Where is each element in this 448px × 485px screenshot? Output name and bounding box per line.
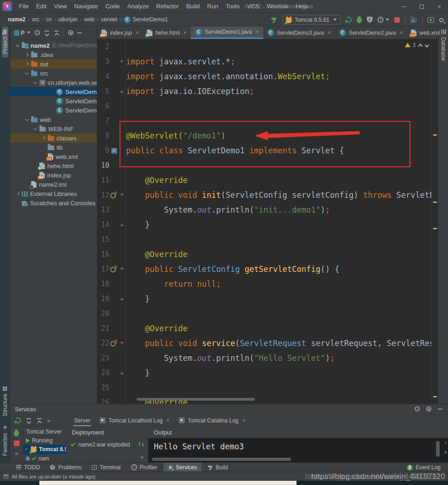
editor-tab-hehe-html[interactable]: Hhehe.html× (143, 26, 191, 39)
locate-file-button[interactable] (35, 30, 40, 35)
scroll-to-top-button[interactable]: ↑ (444, 439, 447, 446)
chevron-right-icon[interactable] (25, 53, 28, 57)
tool-tab-favorites[interactable]: Favorites ★ (2, 420, 8, 460)
run-configuration-select[interactable]: Tomcat 8.5.61 (282, 15, 341, 25)
tree-item-name2-iml[interactable]: name2.iml (10, 180, 97, 189)
warning-tick[interactable] (433, 396, 437, 397)
services-tree-item-nam[interactable]: nam (23, 454, 66, 462)
editor-tab-servletdemo3-java[interactable]: CServletDemo3.java× (263, 26, 335, 39)
tree-item-index-jsp[interactable]: JSPindex.jsp (10, 170, 97, 180)
project-view-select[interactable]: P (14, 30, 31, 36)
close-tab-icon[interactable]: × (242, 417, 246, 424)
hide-panel-button[interactable] (77, 32, 82, 33)
chevron-right-icon[interactable] (25, 62, 28, 66)
fold-marker-icon[interactable] (120, 268, 124, 271)
coverage-button[interactable] (367, 17, 372, 23)
minimize-button[interactable] (395, 0, 413, 13)
project-structure-button[interactable] (410, 18, 417, 23)
debug-button[interactable] (357, 17, 362, 23)
previous-warning-icon[interactable] (418, 44, 423, 48)
close-tab-icon[interactable]: × (328, 30, 331, 36)
tree-item-hehe-html[interactable]: Hhehe.html (10, 161, 97, 170)
tool-button-terminal[interactable]: Terminal (88, 463, 125, 472)
close-button[interactable]: × (430, 0, 448, 13)
breadcrumb-item-web[interactable]: web (83, 16, 96, 23)
horizontal-scrollbar[interactable] (137, 398, 255, 401)
next-warning-icon[interactable] (425, 43, 429, 47)
menu-edit[interactable]: Edit (32, 3, 50, 10)
menu-navigate[interactable]: Navigate (70, 3, 101, 10)
tree-item-name2[interactable]: name2E:\IdeaProjects\name2 (10, 41, 97, 50)
warning-tick[interactable] (433, 134, 437, 136)
maximize-button[interactable] (413, 0, 430, 13)
expand-all-button[interactable] (44, 30, 50, 36)
locate-button[interactable] (415, 406, 420, 411)
editor-tab-index-jsp[interactable]: JSPindex.jsp× (97, 26, 143, 39)
tree-item-src[interactable]: src (10, 69, 97, 78)
services-tree-item-tomcat-server[interactable]: Tomcat Server (23, 427, 66, 436)
tree-item-web-inf[interactable]: WEB-INF (10, 124, 97, 133)
warning-tick[interactable] (433, 202, 437, 203)
tool-button-services[interactable]: Services (164, 463, 202, 472)
chevron-down-icon[interactable] (25, 71, 28, 75)
expand-all-button[interactable] (26, 418, 32, 423)
warning-tick[interactable] (433, 228, 437, 229)
close-tab-icon[interactable]: × (166, 417, 170, 424)
close-tab-icon[interactable]: × (183, 30, 187, 36)
chevron-down-icon[interactable] (33, 126, 37, 130)
breadcrumb-item-name2[interactable]: name2 (6, 16, 27, 23)
rerun-server-button[interactable] (15, 417, 21, 423)
tree-item-servletdemo2[interactable]: CServletDemo2 (10, 96, 97, 106)
menu-run[interactable]: Run (203, 3, 222, 10)
code-area[interactable]: 23import javax.servlet.*;4import javax.s… (97, 39, 431, 404)
fold-marker-icon[interactable] (120, 223, 124, 226)
run-dashboard-button[interactable] (428, 17, 434, 23)
run-button[interactable] (346, 17, 352, 23)
services-tab-tomcat-localhost-log[interactable]: Tomcat Localhost Log× (95, 415, 174, 426)
menu-build[interactable]: Build (183, 3, 203, 10)
chevron-down-icon[interactable] (25, 117, 28, 121)
collapse-all-button[interactable] (37, 418, 42, 423)
menu-refactor[interactable]: Refactor (152, 3, 183, 10)
restart-debug-button[interactable] (14, 430, 19, 436)
stop-button[interactable] (394, 17, 400, 23)
services-tab-tomcat-catalina-log[interactable]: Tomcat Catalina Log× (174, 415, 250, 426)
chevron-down-icon[interactable] (33, 80, 37, 84)
deploy-swap-icon[interactable]: ↑↓ (138, 442, 144, 447)
implements-interface-icon[interactable] (111, 148, 117, 154)
breadcrumb-item-src[interactable]: src (31, 16, 41, 23)
menu-tools[interactable]: Tools (222, 3, 243, 10)
breadcrumb-item-utkvrjan[interactable]: utkvrjan (57, 16, 79, 23)
tool-button-build[interactable]: Build (203, 463, 233, 472)
tool-tab-project[interactable]: Project (2, 26, 8, 57)
overrides-method-icon[interactable] (110, 192, 118, 198)
tool-button-profiler[interactable]: Profiler (127, 463, 162, 472)
vertical-scrollbar[interactable] (436, 441, 440, 457)
more-actions-button[interactable]: » (15, 450, 18, 457)
tree-item-cn-utkvrjan-web-servlet[interactable]: cn.utkvrjan.web.servlet (10, 78, 97, 87)
fold-marker-icon[interactable] (120, 342, 124, 345)
deployment-row[interactable]: name2:war exploded↑↓ (66, 438, 148, 448)
fold-marker-icon[interactable] (120, 297, 124, 300)
more-actions-button[interactable]: » (140, 454, 144, 460)
tree-item-web-xml[interactable]: <>web.xml (10, 152, 97, 161)
settings-gear-icon[interactable] (68, 30, 73, 35)
services-tree-item-running[interactable]: Running (23, 436, 66, 445)
tree-item-servletdemo3[interactable]: CServletDemo3 (10, 106, 97, 115)
more-actions-button[interactable]: » (444, 449, 447, 455)
breadcrumb-item-cn[interactable]: cn (44, 16, 53, 23)
overrides-method-icon[interactable] (110, 340, 118, 346)
tree-item-servletdemo1[interactable]: CServletDemo1 (10, 87, 97, 96)
close-tab-icon[interactable]: × (399, 30, 403, 36)
editor-tab-servletdemo2-java[interactable]: CServletDemo2.java× (335, 26, 407, 39)
services-tab-server[interactable]: Server (69, 415, 95, 426)
chevron-right-icon[interactable] (15, 192, 19, 195)
menu-file[interactable]: File (15, 3, 32, 10)
horizontal-scrollbar[interactable] (152, 458, 291, 461)
chevron-right-icon[interactable] (41, 136, 45, 140)
inspection-widget[interactable]: 3 (405, 41, 429, 49)
build-hammer-icon[interactable] (271, 17, 277, 23)
hide-panel-button[interactable] (438, 409, 442, 409)
fold-marker-icon[interactable] (120, 372, 124, 374)
close-tab-icon[interactable]: × (135, 30, 139, 36)
